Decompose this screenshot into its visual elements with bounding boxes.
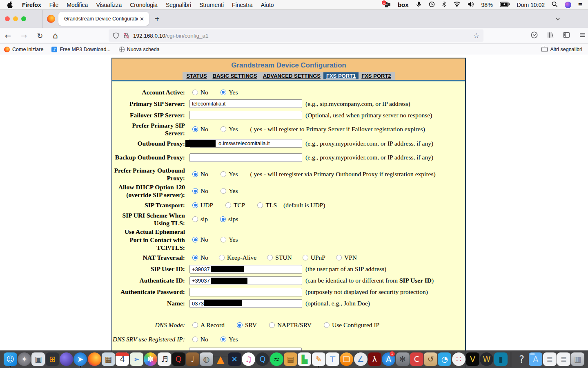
outbound-proxy-input[interactable]: o.imsw.telecomitalia.it: [189, 139, 302, 148]
pages-dock-icon[interactable]: ✎: [312, 350, 325, 368]
radio-yes[interactable]: [220, 171, 226, 177]
close-window-button[interactable]: [5, 16, 10, 21]
cheese-app-dock-icon[interactable]: ▤: [283, 350, 297, 368]
menubar-clock[interactable]: Dom 10:02: [517, 2, 545, 8]
menu-item-cronologia[interactable]: Cronologia: [126, 2, 162, 8]
acrobat-reader-dock-icon[interactable]: λ: [368, 350, 381, 368]
insecure-lock-icon[interactable]: [123, 32, 129, 39]
dropbox-tray-icon[interactable]: 1: [384, 2, 391, 8]
teal-panels-app-dock-icon[interactable]: ▮: [494, 350, 508, 368]
apple-menu-icon[interactable]: [7, 2, 13, 8]
home-button[interactable]: ⌂: [48, 31, 63, 40]
notification-center-icon[interactable]: ≡: [578, 1, 582, 9]
url-bar[interactable]: 192.168.0.10/cgi-bin/config_a1 ☆: [109, 29, 483, 42]
bookmark-nuova-scheda[interactable]: Nuova scheda: [115, 47, 164, 52]
music-recorder-dock-icon[interactable]: ♬: [158, 350, 172, 368]
tab-overflow-chevron-icon[interactable]: [555, 16, 561, 22]
system-preferences-dock-icon[interactable]: ✻: [396, 350, 410, 368]
battery-icon[interactable]: [500, 2, 510, 8]
radio-no[interactable]: [192, 237, 198, 242]
radio-yes[interactable]: [220, 90, 226, 95]
wifi-icon[interactable]: [453, 1, 461, 8]
tab-basic-settings[interactable]: BASIC SETTINGS: [210, 72, 260, 79]
radio-no[interactable]: [192, 126, 198, 132]
menu-item-modifica[interactable]: Modifica: [62, 2, 92, 8]
name-input[interactable]: 0373: [189, 299, 302, 308]
firefox-dock-icon[interactable]: [87, 350, 101, 368]
spotify-dock-icon[interactable]: ≈: [270, 350, 283, 368]
app-store-dock-icon[interactable]: A1: [382, 350, 396, 368]
radio-yes[interactable]: [220, 337, 226, 342]
menu-item-visualizza[interactable]: Visualizza: [92, 2, 126, 8]
radio-udp[interactable]: [192, 202, 198, 208]
backup-outbound-proxy-input[interactable]: [189, 153, 302, 162]
radio-no[interactable]: [192, 188, 198, 194]
ccleaner-dock-icon[interactable]: C: [410, 350, 423, 368]
menu-item-finestra[interactable]: Finestra: [228, 2, 257, 8]
vlc-dock-icon[interactable]: ▲: [214, 350, 227, 368]
time-machine-icon[interactable]: [429, 1, 435, 9]
radio-no[interactable]: [192, 90, 198, 95]
primary-sip-server-input[interactable]: telecomitalia.it: [189, 99, 302, 108]
safari-dock-icon[interactable]: ➤: [74, 350, 87, 368]
menu-item-strumenti[interactable]: Strumenti: [195, 2, 228, 8]
tab-advanced-settings[interactable]: ADVANCED SETTINGS: [260, 72, 323, 79]
radio-no[interactable]: [192, 171, 198, 177]
sidebar-toggle-icon[interactable]: [563, 31, 570, 40]
dvd-player-dock-icon[interactable]: ◍: [199, 350, 213, 368]
health-scale-dock-icon[interactable]: ◔: [438, 350, 452, 368]
radio-sip[interactable]: [192, 216, 198, 222]
radio-yes[interactable]: [220, 188, 226, 194]
radio-sips[interactable]: [220, 216, 226, 222]
authenticate-password-input[interactable]: [189, 288, 302, 296]
radio-tls[interactable]: [257, 202, 263, 208]
bookmark-free-mp3[interactable]: ♪ Free MP3 Download...: [47, 47, 114, 52]
other-bookmarks[interactable]: Altri segnalibri: [537, 47, 588, 52]
failover-sip-server-input[interactable]: [189, 111, 302, 119]
bookmark-come-iniziare[interactable]: Come iniziare: [0, 47, 47, 52]
garageband-dock-icon[interactable]: ♩: [185, 350, 199, 368]
menu-item-firefox[interactable]: Firefox: [20, 2, 45, 8]
tab-status[interactable]: STATUS: [184, 72, 210, 79]
image-capture-dock-icon[interactable]: ▣: [31, 350, 45, 368]
back-button[interactable]: ←: [0, 31, 16, 40]
box-tray-icon[interactable]: box: [398, 1, 409, 8]
siri-dock-icon[interactable]: [59, 350, 73, 368]
quicktime-dock-icon[interactable]: Q: [256, 350, 270, 368]
window-controls[interactable]: [5, 16, 26, 21]
zoom-window-button[interactable]: [21, 16, 26, 21]
tab-fxs-port1[interactable]: FXS PORT1: [323, 72, 359, 79]
itunes-dock-icon[interactable]: ♫: [241, 350, 255, 368]
protractor-app-dock-icon[interactable]: ∠: [354, 350, 368, 368]
radio-keep-alive[interactable]: [219, 255, 225, 260]
volume-icon[interactable]: [468, 2, 474, 8]
browser-tab-active[interactable]: Grandstream Device Configuration ✕: [58, 12, 149, 26]
radio-vpn[interactable]: [336, 255, 342, 260]
url-text[interactable]: 192.168.0.10/cgi-bin/config_a1: [133, 33, 473, 39]
menu-item-segnalibri[interactable]: Segnalibri: [162, 2, 195, 8]
trash-dock-icon[interactable]: ▥: [571, 350, 585, 368]
maps-dock-icon[interactable]: ➢: [129, 350, 143, 368]
tab-close-icon[interactable]: ✕: [138, 15, 146, 23]
forward-button[interactable]: →: [16, 31, 32, 40]
radio-upnp[interactable]: [303, 255, 308, 260]
spotlight-search-icon[interactable]: [552, 1, 558, 9]
radio-no[interactable]: [192, 255, 198, 260]
sip-user-id-input[interactable]: +39037: [189, 265, 302, 274]
firefox-logo-icon[interactable]: [47, 15, 55, 23]
siri-icon[interactable]: [565, 2, 571, 8]
hamburger-menu-icon[interactable]: [579, 31, 586, 40]
pocket-icon[interactable]: [531, 31, 538, 40]
nikon-viewnx-dock-icon[interactable]: V: [466, 350, 479, 368]
launchpad-dock-icon[interactable]: ✦: [17, 350, 31, 368]
menu-item-file[interactable]: File: [45, 2, 63, 8]
radio-srv[interactable]: [237, 322, 243, 328]
radio-tcp[interactable]: [225, 202, 231, 208]
reload-button[interactable]: ↻: [32, 31, 48, 40]
tab-fxs-port2[interactable]: FXS PORT2: [359, 72, 394, 79]
photos-dock-icon[interactable]: ✽: [143, 350, 157, 368]
preview-dock-icon[interactable]: ▦: [101, 350, 115, 368]
radio-a-record[interactable]: [192, 322, 198, 328]
color-dots-app-dock-icon[interactable]: ∷: [452, 350, 466, 368]
calculator-dock-icon[interactable]: ⊞: [45, 350, 59, 368]
